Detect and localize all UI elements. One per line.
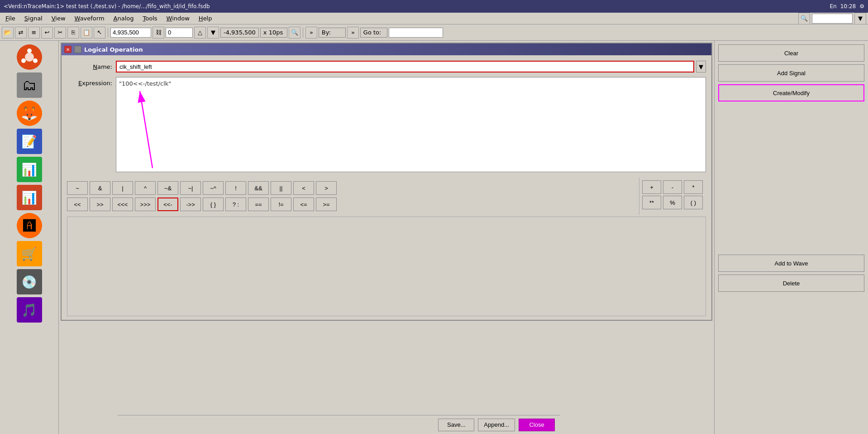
op-lt[interactable]: < xyxy=(293,181,314,195)
add-to-wave-button[interactable]: Add to Wave xyxy=(718,255,864,272)
op-nor[interactable]: ~| xyxy=(180,181,201,195)
menu-help[interactable]: Help xyxy=(195,14,216,23)
sidebar: 🗂 🦊 📝 📊 📊 🅰 🛒 💿 🎵 xyxy=(0,41,59,434)
logical-operation-dialog: ✕ Logical Operation Name: clk_shift_left… xyxy=(61,43,712,321)
op-gt[interactable]: > xyxy=(316,181,337,195)
op-minus-rshift[interactable]: ->> xyxy=(180,198,201,211)
menu-waveform[interactable]: Waveform xyxy=(71,14,108,23)
link-btn[interactable]: ⛓ xyxy=(153,27,164,39)
search-btn[interactable]: 🔍 xyxy=(798,13,810,24)
delete-button[interactable]: Delete xyxy=(718,275,864,292)
add-signal-button[interactable]: Add Signal xyxy=(718,64,864,82)
math-row-2: ** % ( ) xyxy=(642,196,709,209)
annotation-arrow xyxy=(116,77,297,172)
menu-file[interactable]: File xyxy=(2,14,19,23)
impress-icon[interactable]: 📊 xyxy=(17,185,42,210)
triangle-btn[interactable]: △ xyxy=(194,27,206,39)
file-manager-icon[interactable]: 🗂 xyxy=(17,72,42,98)
dialog-min-btn[interactable] xyxy=(74,46,81,53)
create-modify-button[interactable]: Create/Modify xyxy=(718,84,864,101)
op-pow[interactable]: ** xyxy=(642,196,661,209)
op-llshift[interactable]: <<< xyxy=(112,198,133,211)
svg-point-2 xyxy=(27,48,32,53)
op-lte[interactable]: <= xyxy=(293,198,314,211)
op-minus[interactable]: - xyxy=(663,180,682,194)
svg-point-4 xyxy=(33,58,38,63)
op-lshift-minus[interactable]: <<- xyxy=(157,198,178,211)
time-input2[interactable]: 0 xyxy=(166,28,193,38)
undo-btn[interactable]: ↩ xyxy=(41,27,53,39)
op-plus[interactable]: + xyxy=(642,180,661,194)
op-and[interactable]: & xyxy=(90,181,110,195)
open-btn[interactable]: 📂 xyxy=(2,27,14,39)
op-rrshift[interactable]: >>> xyxy=(135,198,156,211)
op-not[interactable]: ! xyxy=(225,181,246,195)
expression-text: "100<<-/test/clk" xyxy=(119,80,171,87)
zoom-btn[interactable]: 🔍 xyxy=(289,27,300,39)
appstore-icon[interactable]: 🅰 xyxy=(17,213,42,238)
expression-row: Expression: "100<<-/test/clk" xyxy=(67,77,706,172)
ops-right: + - * ** % ( ) xyxy=(639,178,711,215)
op-logical-and[interactable]: && xyxy=(248,181,269,195)
op-ternary[interactable]: ? : xyxy=(225,198,246,211)
scratch-icon[interactable]: 💿 xyxy=(17,269,42,294)
search-input[interactable] xyxy=(812,14,853,24)
cut-btn[interactable]: ✂ xyxy=(54,27,66,39)
expression-area[interactable]: "100<<-/test/clk" xyxy=(116,77,706,172)
dialog-close-btn[interactable]: ✕ xyxy=(64,46,72,53)
search-options-btn[interactable]: ▼ xyxy=(854,13,866,24)
nav-btn2[interactable]: ≡ xyxy=(28,27,40,39)
close-button[interactable]: Close xyxy=(519,419,555,431)
menu-window[interactable]: Window xyxy=(163,14,193,23)
copy-btn[interactable]: ⎘ xyxy=(67,27,79,39)
goto-input[interactable] xyxy=(389,28,443,38)
op-parens[interactable]: ( ) xyxy=(684,196,703,209)
svg-point-1 xyxy=(25,53,34,62)
paste-btn[interactable]: 📋 xyxy=(81,27,92,39)
ops-main: ~ & | ^ ~& ~| ~^ ! && || < > xyxy=(62,178,639,215)
op-xnor[interactable]: ~^ xyxy=(203,181,224,195)
calc-icon[interactable]: 📊 xyxy=(17,157,42,182)
op-nand[interactable]: ~& xyxy=(157,181,178,195)
op-caret[interactable]: ^ xyxy=(135,181,156,195)
time-display: 10:28 xyxy=(840,3,856,10)
clear-button[interactable]: Clear xyxy=(718,44,864,62)
dialog-titlebar: ✕ Logical Operation xyxy=(62,43,711,55)
op-mod[interactable]: % xyxy=(663,196,682,209)
by-right-btn[interactable]: » xyxy=(347,27,359,39)
op-rshift[interactable]: >> xyxy=(90,198,110,211)
results-area xyxy=(67,217,706,316)
append-button[interactable]: Append... xyxy=(478,419,515,431)
op-braces[interactable]: { } xyxy=(203,198,224,211)
nav-right-btn[interactable]: » xyxy=(305,27,317,39)
ubuntu-icon[interactable] xyxy=(17,44,42,70)
name-dropdown-btn[interactable]: ▼ xyxy=(696,61,706,72)
op-mul[interactable]: * xyxy=(684,180,703,194)
scratch2-icon[interactable]: 🎵 xyxy=(17,297,42,323)
triangle-down-btn[interactable]: ▼ xyxy=(207,27,219,39)
menu-signal[interactable]: Signal xyxy=(21,14,46,23)
menu-analog[interactable]: Analog xyxy=(110,14,138,23)
menu-view[interactable]: View xyxy=(48,14,69,23)
op-lshift[interactable]: << xyxy=(67,198,88,211)
delta-display: -4,935,500 xyxy=(220,28,259,38)
op-gte[interactable]: >= xyxy=(316,198,337,211)
menu-bar: File Signal View Waveform Analog Tools W… xyxy=(0,13,868,24)
op-row-2: << >> <<< >>> <<- ->> { } ? : == != <= >… xyxy=(67,198,634,211)
cursor-btn[interactable]: ↖ xyxy=(94,27,105,39)
op-logical-or[interactable]: || xyxy=(271,181,291,195)
menu-tools[interactable]: Tools xyxy=(139,14,161,23)
writer-icon[interactable]: 📝 xyxy=(17,129,42,154)
amazon-icon[interactable]: 🛒 xyxy=(17,241,42,266)
name-input[interactable]: clk_shift_left xyxy=(116,61,694,72)
op-neq[interactable]: != xyxy=(271,198,291,211)
op-pipe[interactable]: | xyxy=(112,181,133,195)
settings-icon[interactable]: ⚙ xyxy=(859,3,864,10)
toolbar: 📂 ⇄ ≡ ↩ ✂ ⎘ 📋 ↖ 4,935,500 ⛓ 0 △ ▼ -4,935… xyxy=(0,24,868,41)
nav-btn1[interactable]: ⇄ xyxy=(15,27,27,39)
save-button[interactable]: Save... xyxy=(438,419,474,431)
op-tilde[interactable]: ~ xyxy=(67,181,88,195)
op-eq[interactable]: == xyxy=(248,198,269,211)
time-input1[interactable]: 4,935,500 xyxy=(110,28,151,38)
firefox-icon[interactable]: 🦊 xyxy=(17,101,42,126)
